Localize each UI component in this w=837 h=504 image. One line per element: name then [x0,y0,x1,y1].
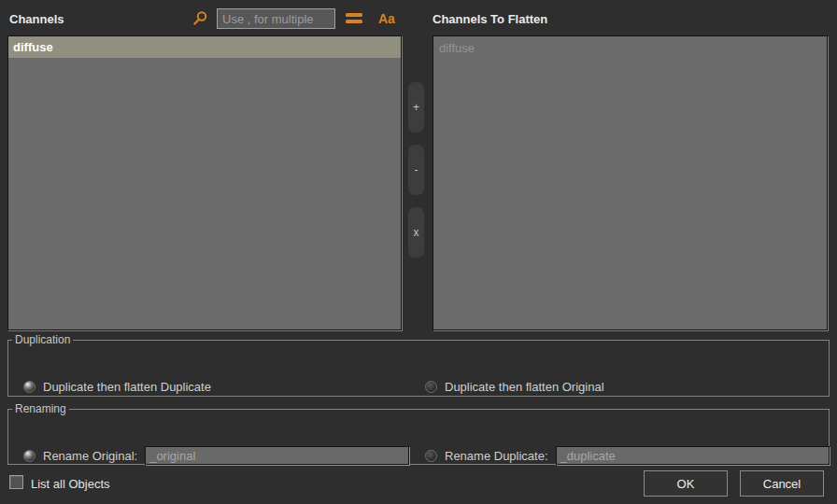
add-channel-button[interactable]: + [408,82,424,133]
rename-duplicate-option: Rename Duplicate: [425,446,830,465]
list-all-objects-checkbox[interactable] [9,475,23,489]
rename-duplicate-input[interactable] [556,446,830,465]
option-label[interactable]: Duplicate then flatten Original [445,380,604,394]
channels-to-flatten-list: diffuse [433,35,828,330]
duplicate-flatten-original-option: Duplicate then flatten Original [425,380,604,394]
renaming-group: Renaming Rename Original: Rename Duplica… [7,402,830,465]
radio-icon[interactable] [425,450,437,462]
clear-channels-button[interactable]: x [408,207,424,258]
rename-original-input[interactable] [145,446,409,465]
option-label[interactable]: Rename Original: [43,449,137,463]
renaming-legend: Renaming [12,402,69,415]
flatten-channels-dialog: Channels Aa Channels To Flatten diffuse … [0,0,837,504]
list-all-objects-label[interactable]: List all Objects [31,477,110,491]
option-label[interactable]: Duplicate then flatten Duplicate [43,380,211,394]
ok-button[interactable]: OK [644,470,728,497]
filter-options-icon[interactable] [346,13,362,26]
radio-icon[interactable] [23,381,35,393]
list-item[interactable]: diffuse [8,36,401,58]
channel-filter-input[interactable] [217,8,335,29]
duplicate-flatten-duplicate-option: Duplicate then flatten Duplicate [23,380,211,394]
radio-icon[interactable] [425,381,437,393]
channels-list: diffuse [7,35,402,330]
case-sensitive-toggle[interactable]: Aa [378,11,395,26]
cancel-button[interactable]: Cancel [740,470,824,497]
rename-original-option: Rename Original: [23,446,409,465]
channels-title: Channels [9,12,64,26]
channels-to-flatten-title: Channels To Flatten [433,12,547,26]
option-label[interactable]: Rename Duplicate: [445,449,548,463]
duplication-group: Duplication Duplicate then flatten Dupli… [7,333,830,397]
radio-icon[interactable] [23,450,35,462]
list-item[interactable]: diffuse [433,36,827,55]
remove-channel-button[interactable]: - [408,145,424,195]
search-icon [192,10,208,27]
duplication-legend: Duplication [12,333,73,346]
